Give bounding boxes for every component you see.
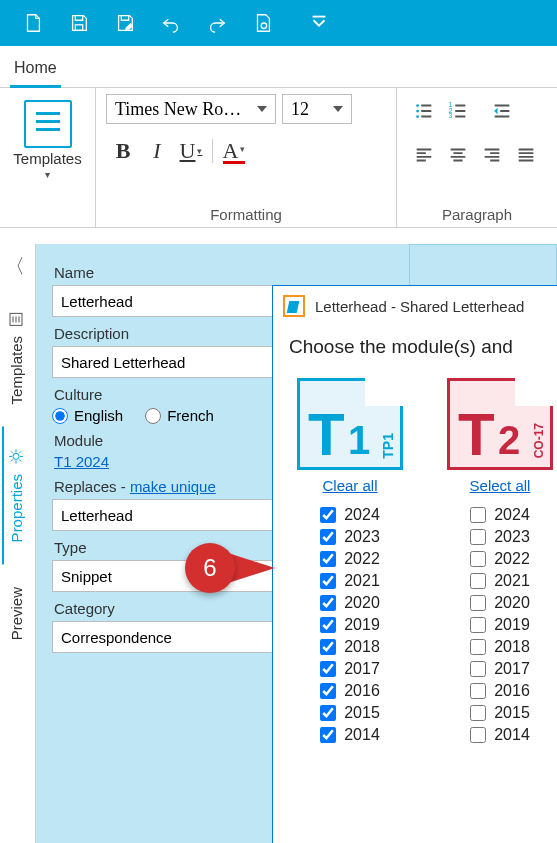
t1-year-2015[interactable]: 2015 [320, 704, 380, 722]
t1-year-list: 2024 2023 2022 2021 2020 2019 2018 2017 … [320, 506, 380, 744]
t1-year-2020[interactable]: 2020 [320, 594, 380, 612]
t1-column: T 1 TP1 Clear all 2024 2023 2022 2021 20… [295, 376, 405, 744]
module-picker-dialog: Letterhead - Shared Letterhead Choose th… [272, 285, 557, 843]
select-all-link[interactable]: Select all [470, 477, 531, 494]
culture-english-radio[interactable]: English [52, 407, 123, 424]
t1-number: 1 [348, 418, 370, 463]
gear-icon [8, 448, 24, 464]
align-left-button[interactable] [407, 138, 441, 172]
chevron-down-icon [333, 106, 343, 112]
redo-icon[interactable] [194, 0, 240, 46]
side-tab-templates[interactable]: Templates [2, 288, 29, 426]
clear-all-link[interactable]: Clear all [322, 477, 377, 494]
dialog-title: Letterhead - Shared Letterhead [315, 298, 524, 315]
number-list-button[interactable]: 123 [441, 94, 475, 128]
english-label: English [74, 407, 123, 424]
t2-tile[interactable]: T 2 CO-17 [445, 376, 555, 471]
t2-year-2015[interactable]: 2015 [470, 704, 530, 722]
svg-point-3 [416, 110, 419, 113]
svg-point-4 [416, 115, 419, 118]
t2-year-2014[interactable]: 2014 [470, 726, 530, 744]
t1-side-label: TP1 [380, 433, 396, 459]
side-tab-templates-label: Templates [8, 336, 25, 404]
callout-number: 6 [203, 554, 216, 582]
t2-year-list: 2024 2023 2022 2021 2020 2019 2018 2017 … [470, 506, 530, 744]
side-tab-properties-label: Properties [8, 474, 25, 542]
templates-icon [24, 100, 72, 148]
module-link[interactable]: T1 2024 [54, 453, 109, 470]
t2-year-2018[interactable]: 2018 [470, 638, 530, 656]
t2-letter: T [458, 405, 495, 465]
app-icon [283, 295, 305, 317]
bold-button[interactable]: B [106, 134, 140, 168]
t1-year-2014[interactable]: 2014 [320, 726, 380, 744]
save-as-icon[interactable] [102, 0, 148, 46]
side-tab-properties[interactable]: Properties [2, 426, 29, 564]
t2-year-2023[interactable]: 2023 [470, 528, 530, 546]
t1-year-2017[interactable]: 2017 [320, 660, 380, 678]
tab-home[interactable]: Home [0, 51, 71, 87]
templates-label: Templates [13, 150, 81, 167]
t2-year-2020[interactable]: 2020 [470, 594, 530, 612]
quick-access-toolbar [0, 0, 557, 46]
font-size-combo[interactable]: 12 [282, 94, 352, 124]
separator [212, 139, 213, 163]
dialog-titlebar: Letterhead - Shared Letterhead [273, 286, 557, 326]
templates-tab-icon [8, 310, 24, 326]
font-name-combo[interactable]: Times New Ro… [106, 94, 276, 124]
align-justify-button[interactable] [509, 138, 543, 172]
bullet-list-button[interactable] [407, 94, 441, 128]
culture-french-radio[interactable]: French [145, 407, 214, 424]
side-tab-preview[interactable]: Preview [2, 565, 29, 662]
font-color-button[interactable]: A▾ [217, 134, 251, 168]
t1-year-2021[interactable]: 2021 [320, 572, 380, 590]
callout-marker: 6 [185, 540, 285, 596]
t1-year-2016[interactable]: 2016 [320, 682, 380, 700]
font-size-value: 12 [291, 99, 309, 120]
side-tab-preview-label: Preview [8, 587, 25, 640]
t2-column: T 2 CO-17 Select all 2024 2023 2022 2021… [445, 376, 555, 744]
t2-year-2019[interactable]: 2019 [470, 616, 530, 634]
t1-year-2018[interactable]: 2018 [320, 638, 380, 656]
collapse-panel-button[interactable]: 〈 [0, 244, 30, 288]
t1-letter: T [308, 405, 345, 465]
t1-tile[interactable]: T 1 TP1 [295, 376, 405, 471]
customize-qat-icon[interactable] [296, 0, 342, 46]
make-unique-link[interactable]: make unique [130, 478, 216, 495]
chevron-down-icon: ▾ [45, 169, 50, 180]
t2-year-2022[interactable]: 2022 [470, 550, 530, 568]
formatting-group-label: Formatting [106, 200, 386, 227]
side-tab-strip: 〈 Templates Properties Preview [0, 244, 30, 662]
svg-point-2 [416, 104, 419, 107]
svg-text:3: 3 [449, 112, 453, 119]
t2-year-2024[interactable]: 2024 [470, 506, 530, 524]
ribbon: Templates ▾ Times New Ro… 12 B I U▾ A▾ F… [0, 88, 557, 228]
svg-rect-0 [75, 25, 82, 31]
decrease-indent-button[interactable] [485, 94, 519, 128]
t1-year-2023[interactable]: 2023 [320, 528, 380, 546]
paragraph-group-label: Paragraph [407, 200, 547, 227]
t1-year-2022[interactable]: 2022 [320, 550, 380, 568]
t2-year-2021[interactable]: 2021 [470, 572, 530, 590]
t1-year-2024[interactable]: 2024 [320, 506, 380, 524]
t2-year-2016[interactable]: 2016 [470, 682, 530, 700]
dialog-prompt: Choose the module(s) and [273, 326, 557, 376]
undo-icon[interactable] [148, 0, 194, 46]
t2-year-2017[interactable]: 2017 [470, 660, 530, 678]
file-settings-icon[interactable] [240, 0, 286, 46]
t2-side-label: CO-17 [532, 423, 546, 458]
save-icon[interactable] [56, 0, 102, 46]
align-center-button[interactable] [441, 138, 475, 172]
templates-dropdown[interactable]: Templates ▾ [8, 94, 88, 180]
italic-button[interactable]: I [140, 134, 174, 168]
t1-year-2019[interactable]: 2019 [320, 616, 380, 634]
new-file-icon[interactable] [10, 0, 56, 46]
svg-point-9 [13, 453, 19, 459]
align-right-button[interactable] [475, 138, 509, 172]
chevron-down-icon [257, 106, 267, 112]
font-name-value: Times New Ro… [115, 99, 241, 120]
french-label: French [167, 407, 214, 424]
underline-button[interactable]: U▾ [174, 134, 208, 168]
t2-number: 2 [498, 418, 520, 463]
ribbon-tabs: Home [0, 46, 557, 88]
